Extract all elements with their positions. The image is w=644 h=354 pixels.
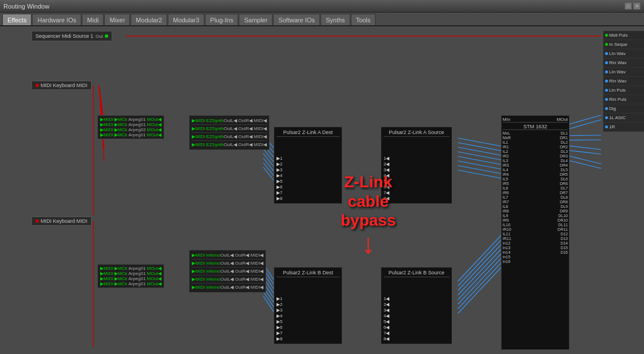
stm-label: STM 1632 (503, 124, 568, 130)
zlink-a-dest: Pulsar2 Z-Link A Dest ▶1▶2▶3▶4▶5▶6▶7▶8 (274, 127, 342, 204)
stm-ports: MxLMxR IL1IR1 IL2IR2 IL3IR3 IL4IR4 IL5IR… (503, 131, 568, 263)
title-bar: Routing Window □ ✕ (0, 0, 644, 13)
ezsynth-2: ▶MIDI EZSynth OutL◀ OutR◀ MIDI◀ (192, 125, 267, 133)
tab-midi[interactable]: Midi (82, 14, 104, 25)
zlink-b-source-ports: 1◀2◀3◀4◀5◀6◀7◀8◀ (384, 296, 449, 341)
sequencer-out-label: Out (96, 34, 103, 39)
arp-group-2: ▶MIDI ▶MCk Arpeg01 MOut◀ ▶MIDI ▶MCk Arpe… (97, 264, 164, 288)
zlink-b-source-label: Pulsar2 Z-Link B Source (384, 270, 449, 277)
out-rin-wav2: RIn Wav (603, 77, 644, 86)
inferno-2: ▶MIDI Inferno OutL◀ OutR◀ MIDI◀ (192, 259, 263, 268)
tab-modular2[interactable]: Modular2 (131, 14, 167, 25)
tab-plug-ins[interactable]: Plug-Ins (205, 14, 238, 25)
zlink-b-source: Pulsar2 Z-Link B Source 1◀2◀3◀4◀5◀6◀7◀8◀ (381, 267, 452, 344)
arp-row-2: ▶MIDI ▶MCk Arpeg01 MOut◀ (100, 122, 161, 127)
zlink-a-dest-ports: ▶1▶2▶3▶4▶5▶6▶7▶8 (276, 156, 339, 201)
right-outputs: Midi Puls In Seque LIn Wav RIn Wav LIn W… (603, 31, 644, 132)
ezsynth-1: ▶MIDI EZSynth OutL◀ OutR◀ MIDI◀ (192, 117, 267, 125)
zlink-b-dest-label: Pulsar2 Z-Link B Dest (276, 270, 339, 277)
tab-hardware-ios[interactable]: Hardware IOs (32, 14, 81, 25)
tab-mixer[interactable]: Mixer (104, 14, 130, 25)
arp-row-1: ▶MIDI ▶MCk Arpeg01 MOut◀ (100, 117, 161, 122)
out-midi-puls: Midi Puls (603, 31, 644, 40)
tab-software-ios[interactable]: Software IOs (273, 14, 320, 25)
arp-row-6: ▶MIDI ▶MCk Arpeg01 MOut◀ (100, 271, 161, 276)
out-lin-wav1: LIn Wav (603, 49, 644, 58)
inferno-5: ▶MIDI Inferno OutL◀ OutR◀ MIDI◀ (192, 284, 263, 291)
out-lin-puls: LIn Puls (603, 86, 644, 95)
stm-1632: MIn MOut STM 1632 MxLMxR IL1IR1 IL2IR2 I… (501, 115, 570, 350)
close-btn[interactable]: ✕ (633, 2, 641, 10)
arp-row-7: ▶MIDI ▶MCk Arpeg01 MOut◀ (100, 276, 161, 281)
sequencer-node: Sequencer Midi Source 1 Out (31, 31, 112, 41)
ezsynth-group-1: ▶MIDI EZSynth OutL◀ OutR◀ MIDI◀ ▶MIDI EZ… (189, 115, 270, 150)
arp-row-4: ▶MIDI ▶MCk Arpeg01 MOut◀ (100, 132, 161, 137)
midi-keyboard-1: MIDI Keyboard MIDI (31, 81, 92, 90)
zlink-b-dest-ports: ▶1▶2▶3▶4▶5▶6▶7▶8 (276, 296, 339, 341)
tab-effects[interactable]: Effects (2, 14, 31, 25)
zlink-a-source-label: Pulsar2 Z-Link A Source (384, 129, 449, 137)
stm-mout: MOut (556, 117, 568, 122)
sequencer-label: Sequencer Midi Source 1 (35, 33, 93, 39)
ezsynth-4: ▶MIDI EZSynth OutL◀ OutR◀ MIDI◀ (192, 141, 267, 148)
out-rin-puls: RIn Puls (603, 95, 644, 104)
inferno-1: ▶MIDI Inferno OutL◀ OutR◀ MIDI◀ (192, 251, 263, 259)
canvas-area: Sequencer Midi Source 1 Out MIDI Keyboar… (0, 26, 644, 354)
midi-kb1-label: MIDI Keyboard MIDI (41, 82, 88, 88)
out-1l-asic: 1L ASIC (603, 113, 644, 123)
tab-modular3[interactable]: Modular3 (168, 14, 204, 25)
midi-keyboard-2: MIDI Keyboard MIDI (31, 217, 92, 226)
minimize-btn[interactable]: □ (625, 2, 632, 10)
midi-kb1-port (35, 84, 39, 87)
tab-synths[interactable]: Synths (321, 14, 350, 25)
midi-kb2-port (35, 219, 39, 223)
stm-min: MIn (503, 117, 510, 122)
tab-sampler[interactable]: Sampler (239, 14, 272, 25)
tab-bar: EffectsHardware IOsMidiMixerModular2Modu… (0, 13, 644, 26)
arp-row-8: ▶MIDI ▶MCk Arpeg01 MOut◀ (100, 281, 161, 286)
zlink-a-source: Pulsar2 Z-Link A Source 1◀2◀3◀4◀5◀6◀7◀8◀ (381, 127, 452, 204)
window-title: Routing Window (3, 3, 49, 10)
out-dig: Dig (603, 104, 644, 113)
midi-kb2-label: MIDI Keyboard MIDI (41, 218, 88, 224)
out-rin-wav1: RIn Wav (603, 58, 644, 68)
zlink-text-line3: bypass (341, 211, 396, 230)
inferno-3: ▶MIDI Inferno OutL◀ OutR◀ MIDI◀ (192, 268, 263, 276)
zlink-arrow-icon: ↓ (361, 230, 375, 258)
window-controls[interactable]: □ ✕ (625, 2, 641, 10)
tab-tools[interactable]: Tools (351, 14, 376, 25)
ezsynth-3: ▶MIDI EZSynth OutL◀ OutR◀ MIDI◀ (192, 133, 267, 141)
arp-row-3: ▶MIDI ▶MCk Arpeg02 MOut◀ (100, 127, 161, 132)
arp-row-5: ▶MIDI ▶MCk Arpeg01 MOut◀ (100, 266, 161, 271)
inferno-4: ▶MIDI Inferno OutL◀ OutR◀ MIDI◀ (192, 276, 263, 284)
zlink-a-source-ports: 1◀2◀3◀4◀5◀6◀7◀8◀ (384, 156, 449, 201)
out-lin-wav2: LIn Wav (603, 68, 644, 77)
out-1r: 1R (603, 123, 644, 132)
arp-group-1: ▶MIDI ▶MCk Arpeg01 MOut◀ ▶MIDI ▶MCk Arpe… (97, 115, 164, 139)
zlink-b-dest: Pulsar2 Z-Link B Dest ▶1▶2▶3▶4▶5▶6▶7▶8 (274, 267, 342, 344)
zlink-a-dest-label: Pulsar2 Z-Link A Dest (276, 129, 339, 137)
sequencer-out-port (105, 34, 108, 38)
out-in-seque: In Seque (603, 40, 644, 49)
inferno-group-2: ▶MIDI Inferno OutL◀ OutR◀ MIDI◀ ▶MIDI In… (189, 250, 266, 293)
